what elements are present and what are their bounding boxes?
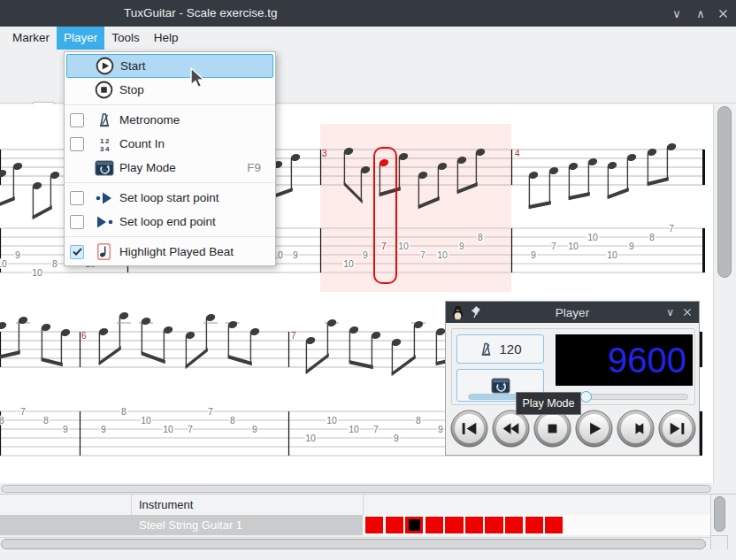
pin-icon[interactable]: [471, 306, 481, 318]
svg-text:9: 9: [438, 424, 443, 434]
svg-text:8: 8: [416, 415, 421, 426]
transport-controls: [450, 410, 696, 448]
menubar-item-tools[interactable]: Tools: [104, 27, 147, 50]
checkbox[interactable]: [70, 191, 84, 205]
menu-item-start[interactable]: Start: [66, 54, 273, 78]
menu-item-stop[interactable]: Stop: [65, 78, 275, 102]
menubar-item-help[interactable]: Help: [147, 27, 186, 50]
highlight-beat-icon: [93, 243, 115, 260]
track-table: Instrument Steel String Guitar 1: [0, 494, 736, 549]
table-hscroll-thumb[interactable]: [1, 539, 706, 549]
score-vertical-scrollbar[interactable]: [713, 104, 736, 483]
player-menu-popup: StartStopMetronome1234Count InPlay ModeF…: [64, 51, 276, 266]
titlebar[interactable]: TuxGuitar - Scale exercise.tg ∨ ∧: [0, 0, 736, 27]
table-horizontal-scrollbar[interactable]: [0, 537, 710, 550]
close-button[interactable]: [718, 9, 731, 19]
slider-handle[interactable]: [580, 391, 592, 403]
svg-text:7: 7: [188, 424, 193, 434]
loop-end-icon: [93, 215, 115, 229]
svg-text:9: 9: [63, 424, 68, 434]
menu-item-set-loop-end-point[interactable]: Set loop end point: [65, 210, 275, 234]
measure-cells[interactable]: [365, 517, 563, 533]
maximize-button[interactable]: ∧: [694, 7, 707, 20]
measure-cell-current[interactable]: [405, 517, 423, 533]
svg-text:9: 9: [629, 241, 634, 251]
tempo-button[interactable]: 120: [456, 334, 544, 364]
play-button[interactable]: [575, 410, 613, 448]
svg-text:10: 10: [305, 433, 316, 443]
menubar-item-marker[interactable]: Marker: [5, 27, 57, 50]
svg-text:9: 9: [394, 433, 399, 443]
svg-text:7: 7: [551, 241, 556, 251]
play-mode-icon: [491, 377, 510, 395]
measure-cell[interactable]: [525, 517, 543, 533]
measure-cell[interactable]: [465, 517, 483, 533]
stop-circle-icon: [93, 81, 115, 99]
menu-item-set-loop-start-point[interactable]: Set loop start point: [65, 186, 275, 210]
player-close-icon[interactable]: [683, 308, 692, 317]
measure-cell[interactable]: [485, 517, 502, 533]
instrument-column-header: Instrument: [139, 495, 193, 515]
track-row[interactable]: Steel String Guitar 1: [0, 515, 710, 535]
score-hscroll-thumb[interactable]: [1, 485, 711, 493]
menu-item-highlight-played-beat[interactable]: Highlight Played Beat: [65, 240, 275, 264]
svg-text:9: 9: [363, 249, 368, 260]
svg-text:10: 10: [398, 241, 409, 251]
skip-start-button[interactable]: [450, 410, 488, 448]
score-horizontal-scrollbar[interactable]: [0, 483, 736, 494]
checkbox[interactable]: [70, 215, 84, 229]
svg-text:10: 10: [326, 415, 337, 426]
svg-text:10: 10: [568, 241, 579, 251]
svg-text:6: 6: [81, 331, 87, 341]
player-window[interactable]: Player ∨ 120 960: [445, 301, 700, 456]
svg-text:10: 10: [587, 232, 598, 242]
svg-text:7: 7: [20, 406, 26, 417]
score-vscroll-thumb[interactable]: [717, 106, 732, 278]
checkbox[interactable]: [70, 245, 84, 259]
svg-text:10: 10: [437, 249, 448, 260]
svg-text:4: 4: [515, 149, 520, 158]
stop-button[interactable]: [533, 410, 571, 448]
svg-text:10: 10: [607, 249, 617, 260]
measure-cell[interactable]: [445, 517, 463, 533]
menu-item-metronome[interactable]: Metronome: [65, 108, 275, 132]
player-minimize-button[interactable]: ∨: [666, 306, 674, 318]
checkbox[interactable]: [70, 113, 84, 127]
menubar-item-player[interactable]: Player: [57, 27, 104, 50]
svg-text:10: 10: [349, 424, 359, 434]
svg-text:10: 10: [141, 415, 151, 426]
measure-cell[interactable]: [545, 517, 563, 533]
stop-icon: [548, 425, 557, 433]
measure-cell[interactable]: [365, 517, 383, 533]
svg-text:9: 9: [101, 424, 106, 434]
table-vscroll-thumb[interactable]: [714, 496, 725, 532]
player-window-titlebar[interactable]: Player ∨: [446, 302, 699, 323]
metronome-icon: [93, 112, 115, 128]
mouse-cursor: [190, 67, 205, 88]
svg-text:9: 9: [293, 249, 298, 260]
svg-text:8: 8: [649, 232, 655, 242]
measure-cell[interactable]: [426, 517, 443, 533]
menu-item-play-mode[interactable]: Play ModeF9: [65, 156, 275, 180]
minimize-button[interactable]: ∨: [671, 7, 683, 20]
track-name: Steel String Guitar 1: [139, 518, 242, 532]
checkbox[interactable]: [70, 137, 84, 151]
svg-text:8: 8: [230, 415, 235, 426]
rewind-button[interactable]: [492, 410, 530, 448]
measure-cell[interactable]: [505, 517, 523, 533]
tempo-value: 120: [499, 341, 521, 357]
svg-text:8: 8: [0, 415, 4, 426]
table-vertical-scrollbar[interactable]: [710, 495, 728, 535]
svg-text:8: 8: [52, 258, 58, 269]
skip-end-button[interactable]: [658, 410, 696, 448]
fast-forward-button[interactable]: [617, 410, 655, 448]
scrollbar-corner: [710, 535, 728, 550]
svg-text:7: 7: [381, 241, 387, 251]
svg-text:10: 10: [0, 258, 7, 269]
track-table-header: Instrument: [0, 495, 710, 515]
menu-item-count-in[interactable]: 1234Count In: [65, 132, 275, 156]
svg-text:10: 10: [32, 267, 42, 278]
play-circle-icon: [94, 57, 116, 75]
track-name-cell[interactable]: Steel String Guitar 1: [0, 515, 363, 535]
measure-cell[interactable]: [386, 517, 403, 533]
